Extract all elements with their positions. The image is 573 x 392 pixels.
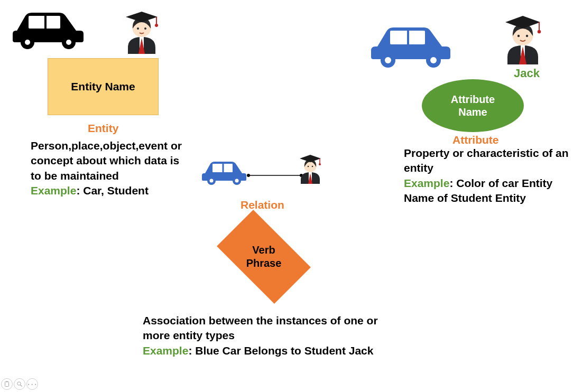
svg-point-15 <box>385 57 391 63</box>
svg-point-41 <box>17 382 21 385</box>
relation-shape-label: VerbPhrase <box>246 244 282 270</box>
svg-point-11 <box>155 24 158 27</box>
entity-heading: Entity <box>88 122 118 135</box>
more-button[interactable]: ● ● ● <box>26 378 38 390</box>
svg-rect-39 <box>5 382 9 387</box>
svg-point-32 <box>235 179 239 183</box>
svg-point-30 <box>210 179 214 183</box>
bottom-toolbar: ● ● ● <box>1 378 38 390</box>
car-black-icon <box>6 3 90 52</box>
attribute-heading: Attribute <box>452 134 499 146</box>
student-small-icon <box>296 151 325 187</box>
svg-point-38 <box>319 163 321 165</box>
relation-diamond-shape: VerbPhrase <box>208 220 319 294</box>
svg-point-17 <box>430 57 437 63</box>
svg-point-35 <box>308 166 309 167</box>
svg-point-9 <box>144 27 146 30</box>
svg-line-42 <box>21 385 22 387</box>
entity-shape-label: Entity Name <box>71 80 135 93</box>
entity-rect-shape: Entity Name <box>48 58 159 115</box>
svg-point-21 <box>526 35 528 37</box>
svg-point-36 <box>312 166 313 167</box>
car-blue-icon <box>366 17 456 71</box>
relation-heading: Relation <box>241 199 284 211</box>
attribute-description: Property or characteristic of an entity … <box>404 146 569 206</box>
svg-point-3 <box>25 40 30 45</box>
student-icon <box>499 11 547 69</box>
jack-label: Jack <box>514 67 540 80</box>
attribute-shape-label: AttributeName <box>436 93 510 118</box>
svg-point-5 <box>66 40 71 45</box>
svg-rect-40 <box>6 381 8 382</box>
car-blue-small-icon <box>199 155 249 187</box>
entity-description: Person,place,object,event or concept abo… <box>31 138 190 198</box>
svg-point-8 <box>137 27 139 30</box>
magnifier-button[interactable] <box>14 378 25 390</box>
svg-point-20 <box>517 35 520 37</box>
relation-description: Association between the instances of one… <box>143 313 407 358</box>
attribute-ellipse-shape: AttributeName <box>422 79 524 132</box>
clipboard-button[interactable] <box>1 378 13 390</box>
student-icon <box>121 6 163 58</box>
svg-point-23 <box>538 30 541 33</box>
